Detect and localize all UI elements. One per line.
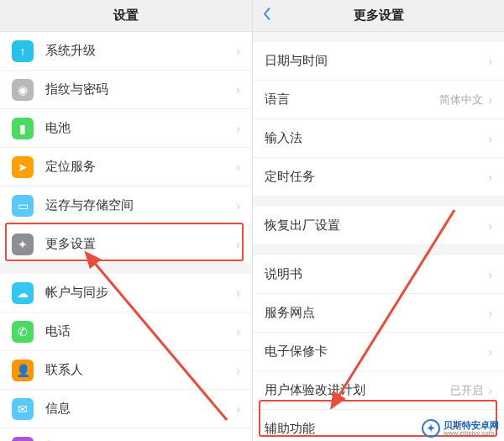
section-gap (253, 32, 504, 42)
row-label: 说明书 (265, 266, 488, 282)
row-label: 输入法 (265, 130, 488, 146)
row-value: 已开启 (450, 383, 483, 398)
chevron-right-icon: › (236, 122, 240, 135)
row-label: 联系人 (45, 362, 236, 378)
chevron-right-icon: › (488, 93, 492, 107)
settings-row-更多设置[interactable]: ✦更多设置› (0, 225, 252, 264)
settings-row-恢复出厂设置[interactable]: 恢复出厂设置› (253, 207, 504, 245)
chevron-left-icon (263, 7, 271, 20)
chevron-right-icon: › (236, 364, 240, 377)
row-label: 指纹与密码 (45, 81, 236, 97)
row-label: 电池 (45, 120, 236, 136)
section-gap (253, 245, 504, 255)
settings-row-用户体验改进计划[interactable]: 用户体验改进计划已开启› (253, 371, 504, 410)
page-title-left: 设置 (113, 8, 139, 24)
chevron-right-icon: › (236, 325, 240, 339)
settings-list-left: ↑系统升级›◉指纹与密码›▮电池›➤定位服务›▭运存与存储空间›✦更多设置›☁帐… (0, 32, 252, 441)
watermark-logo-icon: ✦ (422, 419, 440, 438)
chevron-right-icon: › (236, 199, 240, 213)
row-icon: ▮ (12, 118, 34, 139)
chevron-right-icon: › (488, 268, 492, 281)
chevron-right-icon: › (236, 402, 240, 416)
row-icon: ✆ (12, 321, 34, 343)
chevron-right-icon: › (488, 307, 492, 320)
chevron-right-icon: › (236, 160, 240, 174)
settings-row-运存与存储空间[interactable]: ▭运存与存储空间› (0, 186, 252, 225)
chevron-right-icon: › (488, 171, 492, 184)
settings-panel-left: 设置 ↑系统升级›◉指纹与密码›▮电池›➤定位服务›▭运存与存储空间›✦更多设置… (0, 0, 252, 441)
row-icon: ◉ (12, 79, 34, 101)
row-icon: ☁ (12, 282, 34, 304)
row-label: 电子保修卡 (265, 344, 488, 360)
row-label: 信息 (45, 401, 236, 417)
row-icon: ▭ (12, 195, 34, 217)
chevron-right-icon: › (488, 132, 492, 145)
row-label: 定时任务 (265, 169, 488, 185)
settings-row-服务网点[interactable]: 服务网点› (253, 294, 504, 333)
back-button[interactable] (263, 7, 271, 24)
row-label: 帐户与同步 (45, 285, 236, 301)
settings-row-说明书[interactable]: 说明书› (253, 255, 504, 294)
section-gap (0, 264, 252, 274)
settings-row-电池[interactable]: ▮电池› (0, 109, 252, 148)
header-right: 更多设置 (253, 0, 504, 32)
settings-row-日期与时间[interactable]: 日期与时间› (253, 42, 504, 81)
settings-panel-right: 更多设置 日期与时间›语言简体中文›输入法›定时任务›恢复出厂设置›说明书›服务… (252, 0, 504, 441)
row-label: 定位服务 (45, 159, 236, 175)
row-value: 简体中文 (439, 92, 483, 108)
settings-row-电子保修卡[interactable]: 电子保修卡› (253, 333, 504, 371)
settings-row-相册[interactable]: ▦相册› (0, 428, 252, 441)
page-title-right: 更多设置 (354, 8, 404, 24)
row-label: 语言 (265, 92, 439, 108)
watermark-title: 贝斯特安卓网 (444, 421, 499, 430)
row-label: 更多设置 (45, 236, 236, 252)
settings-row-定时任务[interactable]: 定时任务› (253, 158, 504, 197)
row-icon: ➤ (12, 156, 34, 178)
header-left: 设置 (0, 0, 252, 32)
row-label: 运存与存储空间 (45, 197, 236, 213)
chevron-right-icon: › (236, 83, 240, 97)
row-icon: ✦ (12, 234, 34, 255)
chevron-right-icon: › (488, 345, 492, 359)
row-label: 系统升级 (45, 43, 236, 59)
settings-row-帐户与同步[interactable]: ☁帐户与同步› (0, 274, 252, 312)
settings-row-输入法[interactable]: 输入法› (253, 119, 504, 158)
row-icon: ↑ (12, 40, 34, 62)
row-icon: 👤 (12, 360, 34, 381)
settings-list-right: 日期与时间›语言简体中文›输入法›定时任务›恢复出厂设置›说明书›服务网点›电子… (253, 42, 504, 441)
settings-row-信息[interactable]: ✉信息› (0, 390, 252, 428)
settings-row-语言[interactable]: 语言简体中文› (253, 81, 504, 119)
row-label: 日期与时间 (265, 53, 488, 69)
settings-row-电话[interactable]: ✆电话› (0, 312, 252, 351)
settings-row-指纹与密码[interactable]: ◉指纹与密码› (0, 71, 252, 109)
row-label: 服务网点 (265, 305, 488, 321)
watermark-url: www.zjbstyy.com (444, 430, 499, 437)
settings-row-定位服务[interactable]: ➤定位服务› (0, 148, 252, 186)
chevron-right-icon: › (488, 219, 492, 233)
row-icon: ✉ (12, 398, 34, 420)
settings-row-系统升级[interactable]: ↑系统升级› (0, 32, 252, 71)
chevron-right-icon: › (488, 55, 492, 68)
chevron-right-icon: › (236, 286, 240, 300)
chevron-right-icon: › (236, 45, 240, 58)
row-label: 恢复出厂设置 (265, 218, 488, 234)
row-icon: ▦ (12, 437, 34, 442)
row-label: 电话 (45, 323, 236, 339)
row-label: 用户体验改进计划 (265, 382, 450, 398)
chevron-right-icon: › (488, 384, 492, 397)
watermark: ✦ 贝斯特安卓网 www.zjbstyy.com (422, 419, 499, 438)
settings-row-联系人[interactable]: 👤联系人› (0, 351, 252, 390)
section-gap (253, 197, 504, 207)
chevron-right-icon: › (236, 238, 240, 251)
